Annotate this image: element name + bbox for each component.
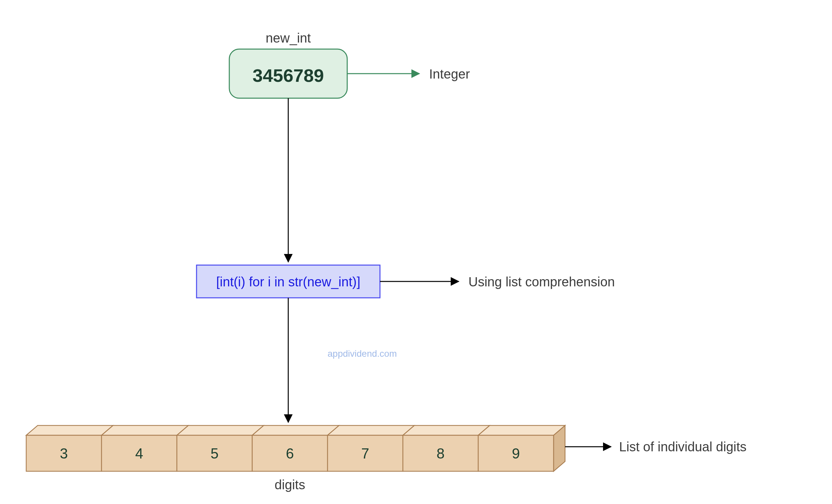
digits-list: 3456789 (26, 425, 565, 471)
svg-marker-8 (403, 425, 490, 435)
watermark: appdividend.com (328, 348, 397, 359)
svg-marker-9 (478, 425, 565, 435)
integer-type-label: Integer (429, 67, 470, 81)
list-cell-value: 7 (361, 445, 369, 461)
integer-box: new_int 3456789 (229, 31, 347, 98)
code-note: Using list comprehension (468, 275, 615, 289)
list-cell-value: 5 (211, 445, 218, 461)
list-cell-value: 8 (437, 445, 444, 461)
svg-marker-5 (177, 425, 264, 435)
code-box: [int(i) for i in str(new_int)] (197, 265, 380, 298)
var-name-top: new_int (266, 31, 311, 45)
svg-marker-3 (26, 425, 113, 435)
svg-marker-4 (102, 425, 188, 435)
list-comprehension-code: [int(i) for i in str(new_int)] (216, 275, 360, 289)
list-cell-value: 9 (512, 445, 520, 461)
list-cell-value: 3 (60, 445, 68, 461)
list-cell-value: 6 (286, 445, 294, 461)
integer-value: 3456789 (253, 65, 324, 86)
list-type-label: List of individual digits (619, 440, 747, 454)
svg-marker-6 (252, 425, 339, 435)
svg-marker-7 (328, 425, 414, 435)
list-cell-value: 4 (135, 445, 143, 461)
var-name-bottom: digits (275, 477, 305, 492)
